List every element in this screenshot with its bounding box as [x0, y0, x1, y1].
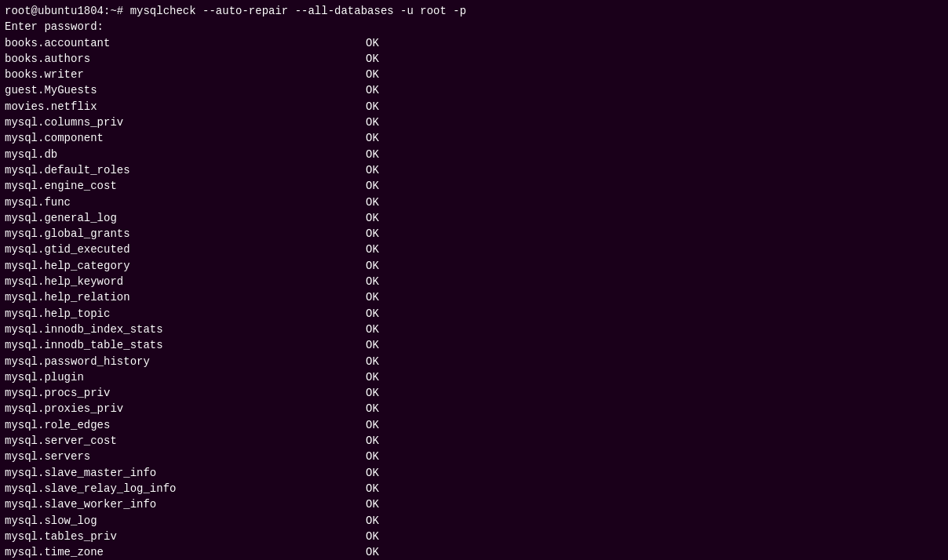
entry-status: OK — [366, 369, 379, 385]
entry-name: mysql.innodb_table_stats — [5, 337, 366, 353]
entry-status: OK — [366, 496, 379, 512]
password-prompt-text: Enter password: — [5, 19, 104, 35]
entry-name: mysql.help_keyword — [5, 274, 366, 289]
entry-status: OK — [366, 385, 379, 401]
table-row: mysql.slave_master_infoOK — [5, 465, 943, 481]
entry-status: OK — [366, 481, 379, 496]
entry-name: movies.netflix — [5, 99, 366, 115]
entry-status: OK — [366, 289, 379, 305]
entry-name: mysql.tables_priv — [5, 529, 366, 544]
entry-name: mysql.servers — [5, 449, 366, 464]
entry-name: mysql.help_category — [5, 258, 366, 274]
table-row: books.authorsOK — [5, 51, 943, 67]
entry-name: mysql.slow_log — [5, 513, 366, 529]
table-row: mysql.password_historyOK — [5, 354, 943, 369]
entry-name: mysql.proxies_priv — [5, 401, 366, 416]
entry-status: OK — [366, 162, 379, 178]
entry-status: OK — [366, 513, 379, 529]
entry-status: OK — [366, 544, 379, 560]
entry-status: OK — [366, 449, 379, 464]
entry-name: mysql.password_history — [5, 354, 366, 369]
table-row: guest.MyGuestsOK — [5, 82, 943, 98]
entry-status: OK — [366, 529, 379, 544]
table-row: movies.netflixOK — [5, 99, 943, 115]
entry-status: OK — [366, 433, 379, 449]
entry-name: mysql.innodb_index_stats — [5, 322, 366, 337]
entry-status: OK — [366, 242, 379, 257]
table-row: mysql.pluginOK — [5, 369, 943, 385]
entry-name: mysql.component — [5, 130, 366, 146]
entry-status: OK — [366, 130, 379, 146]
entry-name: mysql.engine_cost — [5, 178, 366, 194]
table-row: mysql.componentOK — [5, 130, 943, 146]
entry-name: mysql.procs_priv — [5, 385, 366, 401]
entry-name: mysql.default_roles — [5, 162, 366, 178]
terminal-window[interactable]: root@ubuntu1804:~# mysqlcheck --auto-rep… — [5, 3, 943, 560]
entry-name: mysql.slave_master_info — [5, 465, 366, 481]
table-row: mysql.help_topicOK — [5, 306, 943, 322]
table-row: mysql.funcOK — [5, 195, 943, 210]
table-row: mysql.engine_costOK — [5, 178, 943, 194]
entry-name: mysql.role_edges — [5, 417, 366, 433]
table-row: mysql.innodb_index_statsOK — [5, 322, 943, 337]
entry-status: OK — [366, 401, 379, 416]
table-row: mysql.help_relationOK — [5, 289, 943, 305]
entry-status: OK — [366, 147, 379, 162]
entry-name: mysql.server_cost — [5, 433, 366, 449]
entry-name: mysql.help_relation — [5, 289, 366, 305]
command-text: root@ubuntu1804:~# mysqlcheck --auto-rep… — [5, 3, 466, 19]
table-row: mysql.slave_relay_log_infoOK — [5, 481, 943, 496]
entry-status: OK — [366, 178, 379, 194]
entry-status: OK — [366, 258, 379, 274]
table-row: mysql.default_rolesOK — [5, 162, 943, 178]
entry-status: OK — [366, 115, 379, 130]
entry-status: OK — [366, 322, 379, 337]
entry-name: mysql.func — [5, 195, 366, 210]
table-row: books.accountantOK — [5, 35, 943, 51]
entry-name: mysql.gtid_executed — [5, 242, 366, 257]
table-row: mysql.procs_privOK — [5, 385, 943, 401]
entry-name: books.authors — [5, 51, 366, 67]
table-row: mysql.help_keywordOK — [5, 274, 943, 289]
entry-name: mysql.time_zone — [5, 544, 366, 560]
entry-name: books.accountant — [5, 35, 366, 51]
entry-status: OK — [366, 67, 379, 82]
table-row: mysql.proxies_privOK — [5, 401, 943, 416]
entry-name: mysql.slave_relay_log_info — [5, 481, 366, 496]
entry-status: OK — [366, 226, 379, 242]
entry-status: OK — [366, 417, 379, 433]
entry-status: OK — [366, 337, 379, 353]
table-row: mysql.role_edgesOK — [5, 417, 943, 433]
table-row: mysql.gtid_executedOK — [5, 242, 943, 257]
entry-status: OK — [366, 195, 379, 210]
table-row: mysql.slow_logOK — [5, 513, 943, 529]
table-row: mysql.dbOK — [5, 147, 943, 162]
table-row: mysql.help_categoryOK — [5, 258, 943, 274]
table-row: mysql.columns_privOK — [5, 115, 943, 130]
entry-name: mysql.global_grants — [5, 226, 366, 242]
table-row: mysql.time_zoneOK — [5, 544, 943, 560]
table-row: books.writerOK — [5, 67, 943, 82]
entry-name: mysql.plugin — [5, 369, 366, 385]
entry-status: OK — [366, 35, 379, 51]
entry-status: OK — [366, 99, 379, 115]
table-row: mysql.serversOK — [5, 449, 943, 464]
entry-status: OK — [366, 306, 379, 322]
command-line: root@ubuntu1804:~# mysqlcheck --auto-rep… — [5, 3, 943, 19]
table-row: mysql.slave_worker_infoOK — [5, 496, 943, 512]
table-row: mysql.tables_privOK — [5, 529, 943, 544]
entry-status: OK — [366, 82, 379, 98]
table-row: mysql.innodb_table_statsOK — [5, 337, 943, 353]
entry-status: OK — [366, 354, 379, 369]
entry-status: OK — [366, 210, 379, 226]
entry-name: mysql.db — [5, 147, 366, 162]
entry-status: OK — [366, 274, 379, 289]
table-row: mysql.global_grantsOK — [5, 226, 943, 242]
entry-name: mysql.help_topic — [5, 306, 366, 322]
entry-name: mysql.columns_priv — [5, 115, 366, 130]
entry-name: guest.MyGuests — [5, 82, 366, 98]
entry-name: mysql.slave_worker_info — [5, 496, 366, 512]
table-row: mysql.server_costOK — [5, 433, 943, 449]
password-prompt-line: Enter password: — [5, 19, 943, 35]
entry-name: books.writer — [5, 67, 366, 82]
